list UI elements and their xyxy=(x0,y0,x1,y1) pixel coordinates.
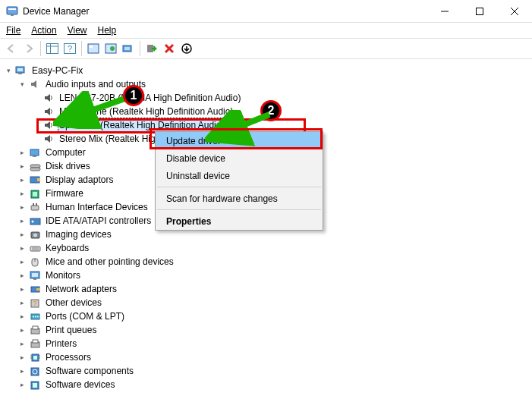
svg-rect-31 xyxy=(31,206,39,210)
expand-icon[interactable]: ▸ xyxy=(17,366,27,376)
update-driver-button[interactable] xyxy=(102,40,119,57)
tree-category-label: Keyboards xyxy=(44,241,90,255)
tree-category[interactable]: ▸Network adapters xyxy=(3,282,529,296)
context-menu-item-label: Disable device xyxy=(166,153,225,164)
expand-icon[interactable]: ▸ xyxy=(17,311,27,322)
tree-category-label: Display adaptors xyxy=(44,173,115,187)
expand-icon[interactable]: ▸ xyxy=(17,325,27,335)
context-menu-separator xyxy=(157,187,321,187)
show-hide-tree-button[interactable] xyxy=(44,40,61,57)
menu-action[interactable]: Action xyxy=(31,25,56,36)
context-menu-properties[interactable]: Properties xyxy=(156,212,323,230)
category-icon xyxy=(29,201,41,213)
expand-icon[interactable]: ▸ xyxy=(17,229,27,240)
svg-rect-26 xyxy=(30,168,40,171)
svg-text:?: ? xyxy=(68,44,72,53)
expand-icon[interactable]: ▸ xyxy=(17,215,27,226)
tree-category-label: Other devices xyxy=(44,296,103,309)
category-icon xyxy=(29,324,41,336)
svg-rect-0 xyxy=(7,7,17,14)
expand-icon[interactable]: ▸ xyxy=(17,161,27,171)
svg-rect-12 xyxy=(88,44,99,53)
svg-rect-13 xyxy=(90,46,93,48)
close-button[interactable] xyxy=(497,0,532,22)
tree-category[interactable]: ▸Print queues xyxy=(3,323,529,337)
enable-device-button[interactable] xyxy=(143,40,160,57)
tree-category-label: Print queues xyxy=(44,323,98,337)
maximize-button[interactable] xyxy=(462,0,497,22)
category-icon xyxy=(29,310,41,322)
svg-rect-33 xyxy=(36,203,37,206)
expand-icon[interactable]: ▸ xyxy=(17,338,27,349)
speaker-icon xyxy=(42,92,55,104)
category-icon xyxy=(29,160,41,172)
category-icon xyxy=(29,338,41,350)
svg-rect-24 xyxy=(33,156,36,157)
tree-category[interactable]: ▸Printers xyxy=(3,337,529,350)
tree-category[interactable]: ▸Keyboards xyxy=(3,241,529,255)
expand-icon[interactable]: ▸ xyxy=(17,202,27,212)
svg-rect-30 xyxy=(33,192,37,196)
app-icon xyxy=(6,5,18,17)
expand-icon[interactable]: ▸ xyxy=(17,243,27,253)
collapse-icon[interactable]: ▾ xyxy=(17,79,27,90)
tree-category-audio[interactable]: ▾ Audio inputs and outputs xyxy=(3,77,529,91)
minimize-button[interactable] xyxy=(427,0,462,22)
tree-category[interactable]: ▸Mice and other pointing devices xyxy=(3,255,529,269)
properties-button[interactable] xyxy=(85,40,102,57)
speaker-icon xyxy=(42,105,55,118)
scan-hardware-button[interactable] xyxy=(120,40,137,57)
menu-file[interactable]: File xyxy=(6,25,20,36)
tree-root[interactable]: ▾ Easy-PC-Fix xyxy=(3,64,529,77)
tree-device-label: Microphone (Realtek High Definition Audi… xyxy=(58,105,235,118)
context-menu-disable-device[interactable]: Disable device xyxy=(156,149,323,167)
tree-category-label: Processors xyxy=(44,350,93,364)
tree-category[interactable]: ▸Ports (COM & LPT) xyxy=(3,309,529,323)
context-menu: Update driver Disable device Uninstall d… xyxy=(155,131,323,231)
disable-device-button[interactable] xyxy=(178,40,195,57)
tree-root-label: Easy-PC-Fix xyxy=(30,64,84,77)
svg-rect-43 xyxy=(32,273,38,277)
collapse-icon[interactable]: ▾ xyxy=(3,65,14,76)
svg-point-15 xyxy=(110,46,115,51)
tree-category-label: Printers xyxy=(44,337,78,350)
tree-category-label: Human Interface Devices xyxy=(44,200,150,214)
expand-icon[interactable]: ▸ xyxy=(17,174,27,185)
uninstall-device-button[interactable] xyxy=(161,40,178,57)
toolbar-separator xyxy=(40,41,41,56)
context-menu-separator xyxy=(157,209,321,210)
help-button[interactable]: ? xyxy=(61,40,78,57)
svg-rect-4 xyxy=(477,8,483,14)
computer-icon xyxy=(15,64,27,77)
menu-help[interactable]: Help xyxy=(98,25,117,36)
expand-icon[interactable]: ▸ xyxy=(17,270,27,281)
forward-button[interactable] xyxy=(20,40,37,57)
menu-view[interactable]: View xyxy=(68,25,87,36)
svg-rect-7 xyxy=(47,44,58,54)
toolbar: ? xyxy=(0,38,532,59)
svg-rect-38 xyxy=(30,247,40,251)
context-menu-update-driver[interactable]: Update driver xyxy=(156,132,323,149)
tree-category[interactable]: ▸Software devices xyxy=(3,378,529,391)
svg-rect-22 xyxy=(18,73,22,74)
svg-rect-54 xyxy=(33,326,38,329)
expand-icon[interactable]: ▸ xyxy=(17,379,27,390)
tree-category[interactable]: ▸?Other devices xyxy=(3,296,529,309)
expand-icon[interactable]: ▸ xyxy=(17,297,27,308)
tree-category[interactable]: ▸Processors xyxy=(3,350,529,364)
context-menu-uninstall-device[interactable]: Uninstall device xyxy=(156,167,323,184)
tree-category-label: Ports (COM & LPT) xyxy=(44,309,126,323)
expand-icon[interactable]: ▸ xyxy=(17,188,27,199)
tree-category[interactable]: ▸Monitors xyxy=(3,269,529,282)
svg-rect-28 xyxy=(37,178,40,181)
expand-icon[interactable]: ▸ xyxy=(17,147,27,158)
category-icon xyxy=(29,242,41,254)
back-button[interactable] xyxy=(3,40,20,57)
svg-point-35 xyxy=(31,220,33,222)
expand-icon[interactable]: ▸ xyxy=(17,352,27,363)
tree-category[interactable]: ▸Software components xyxy=(3,364,529,378)
expand-icon[interactable]: ▸ xyxy=(17,256,27,267)
context-menu-scan-hardware[interactable]: Scan for hardware changes xyxy=(156,190,323,207)
annotation-badge-1: 1 xyxy=(123,85,144,106)
expand-icon[interactable]: ▸ xyxy=(17,284,27,294)
